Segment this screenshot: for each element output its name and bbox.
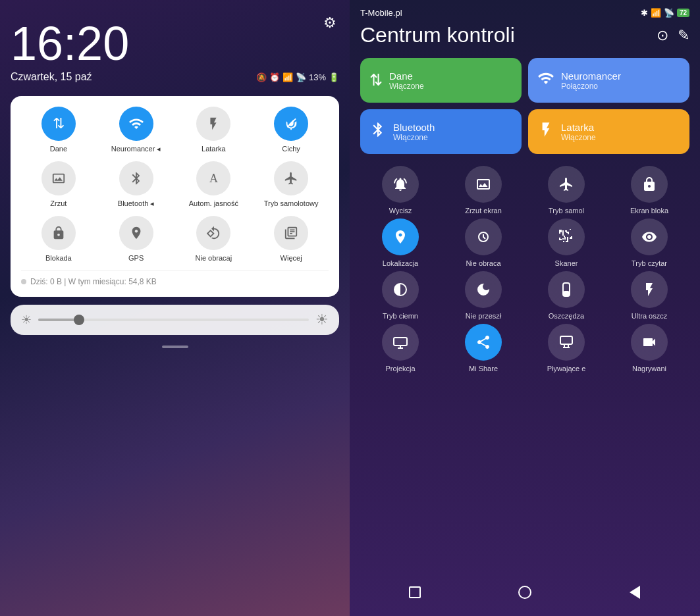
toggle-dane-icon: ⇅: [369, 71, 383, 90]
small-item-plywajace[interactable]: Pływające e: [526, 324, 606, 372]
autojasnosc-icon: A: [196, 161, 230, 195]
toggle-latarka[interactable]: Latarka Włączone: [528, 109, 689, 154]
right-panel: T-Mobile.pl ✱ 📶 📡 72 Centrum kontroli ⊙ …: [350, 0, 700, 616]
settings-icon[interactable]: ⚙: [323, 14, 337, 32]
toggle-bluetooth-name: Bluetooth: [393, 122, 435, 133]
data-usage-label: Dziś: 0 B | W tym miesiącu: 54,8 KB: [30, 277, 157, 286]
quick-item-samolotowy[interactable]: Tryb samolotowy: [254, 161, 329, 208]
small-item-tryb-samol[interactable]: Tryb samol: [526, 166, 606, 215]
nav-recents-icon: [409, 586, 421, 598]
nagrywani-label: Nagrywani: [632, 365, 666, 372]
nav-home-icon: [518, 586, 531, 599]
scroll-indicator: [162, 346, 188, 348]
wycisz-label: Wycisz: [389, 207, 412, 215]
settings-circle-icon[interactable]: ⊙: [657, 27, 668, 44]
quick-item-nieobracaj[interactable]: Nie obracaj: [176, 216, 252, 262]
wifi-icon: 📡: [296, 72, 306, 82]
wycisz-icon: [382, 166, 419, 203]
quick-item-bluetooth[interactable]: Bluetooth ◂: [99, 161, 174, 208]
brightness-min-icon: ☀: [21, 313, 32, 327]
plywajace-label: Pływające e: [547, 365, 586, 372]
latarka-icon: [196, 107, 230, 141]
edit-icon[interactable]: ✎: [678, 27, 689, 44]
gps-label: GPS: [128, 254, 144, 262]
neuromancer-label: Neuromancer ◂: [111, 145, 161, 153]
toggle-dane-text: Dane Włączone: [389, 70, 424, 91]
plywajace-icon: [548, 324, 585, 361]
signal-icon: 📶: [283, 72, 293, 82]
small-item-skaner[interactable]: Skaner: [526, 218, 606, 267]
svg-rect-4: [394, 338, 407, 346]
quick-item-neuromancer[interactable]: Neuromancer ◂: [99, 107, 174, 153]
small-item-nie-obraca[interactable]: Nie obraca: [443, 218, 524, 267]
nie-obraca-label: Nie obraca: [466, 259, 500, 267]
quick-settings-card: ⇅ Dane Neuromancer ◂ Latarka Cichy: [11, 96, 339, 297]
toggle-dane[interactable]: ⇅ Dane Włączone: [360, 58, 522, 103]
blokada-label: Blokada: [45, 254, 72, 262]
quick-item-blokada[interactable]: Blokada: [21, 216, 96, 262]
tryb-ciemn-label: Tryb ciemn: [383, 312, 418, 320]
left-panel: ⚙ 16:20 Czwartek, 15 paź 🔕 ⏰ 📶 📡 13% 🔋 ⇅…: [0, 0, 350, 616]
blokada-icon: [41, 216, 76, 250]
nav-recents-button[interactable]: [402, 579, 428, 605]
quick-item-gps[interactable]: GPS: [99, 216, 174, 262]
quick-item-dane[interactable]: ⇅ Dane: [21, 107, 96, 153]
brightness-thumb[interactable]: [74, 315, 84, 325]
skaner-label: Skaner: [555, 259, 578, 267]
battery-label: 13%: [309, 72, 326, 82]
wifi-status-icon: 📡: [664, 8, 674, 18]
projekcja-label: Projekcja: [385, 365, 415, 372]
small-item-nie-przeszl[interactable]: Nie przeszł: [443, 271, 524, 320]
nav-back-button[interactable]: [622, 579, 648, 605]
small-item-tryb-czytar[interactable]: Tryb czytar: [609, 218, 689, 267]
small-item-tryb-ciemn[interactable]: Tryb ciemn: [360, 271, 441, 320]
small-item-oszczedza[interactable]: Oszczędza: [526, 271, 606, 320]
nie-obraca-icon: [465, 218, 502, 255]
toggle-dane-name: Dane: [389, 70, 424, 82]
date-label: Czwartek, 15 paź: [11, 71, 92, 83]
oszczedza-label: Oszczędza: [549, 312, 584, 320]
small-item-nagrywani[interactable]: Nagrywani: [609, 324, 689, 372]
small-item-projekcja[interactable]: Projekcja: [360, 324, 441, 372]
ultra-oszcz-icon: [631, 271, 668, 308]
toggle-bluetooth[interactable]: Bluetooth Włączone: [360, 109, 522, 154]
small-item-lokalizacja[interactable]: Lokalizacja: [360, 218, 441, 267]
big-toggles-row1: ⇅ Dane Włączone Neuromancer Połączono: [360, 58, 689, 103]
latarka-label: Latarka: [202, 145, 226, 153]
quick-item-latarka[interactable]: Latarka: [176, 107, 252, 153]
clock-display: 16:20: [11, 20, 339, 67]
samolotowy-icon: [274, 161, 308, 195]
toggle-dane-status: Włączone: [389, 82, 424, 91]
small-item-ultra-oszcz[interactable]: Ultra oszcz: [609, 271, 689, 320]
toggle-latarka-status: Włączone: [561, 133, 596, 142]
small-item-mi-share[interactable]: Mi Share: [443, 324, 524, 372]
right-status-bar: T-Mobile.pl ✱ 📶 📡 72: [360, 0, 689, 23]
toggle-latarka-text: Latarka Włączone: [561, 122, 596, 142]
bluetooth-label-left: Bluetooth ◂: [118, 199, 155, 208]
small-item-zrzut-ekran[interactable]: Zrzut ekran: [443, 166, 524, 215]
quick-item-cichy[interactable]: Cichy: [254, 107, 329, 153]
small-item-ekran-bloka[interactable]: Ekran bloka: [609, 166, 689, 215]
right-title-row: Centrum kontroli ⊙ ✎: [360, 23, 689, 47]
battery-badge: 72: [677, 9, 689, 17]
bluetooth-icon-left: [119, 161, 153, 195]
svg-rect-3: [563, 291, 570, 296]
brightness-slider[interactable]: ☀ ☀: [11, 305, 339, 335]
right-status-icons: ✱ 📶 📡 72: [641, 8, 689, 18]
dane-icon: ⇅: [41, 107, 76, 141]
nieobracaj-icon: [196, 216, 230, 250]
ekran-bloka-label: Ekran bloka: [630, 207, 668, 215]
cichy-icon: [274, 107, 308, 141]
nav-back-icon: [630, 586, 640, 599]
quick-item-wiecej[interactable]: Więcej: [254, 216, 329, 262]
neuromancer-icon: [119, 107, 153, 141]
control-center-title: Centrum kontroli: [360, 23, 515, 47]
small-item-wycisz[interactable]: Wycisz: [360, 166, 441, 215]
brightness-max-icon: ☀: [315, 311, 329, 328]
nav-home-button[interactable]: [512, 579, 538, 605]
quick-item-zrzut[interactable]: Zrzut: [21, 161, 96, 208]
toggle-neuromancer[interactable]: Neuromancer Połączono: [528, 58, 689, 103]
mi-share-icon: [465, 324, 502, 361]
quick-item-autojasnosc[interactable]: A Autom. jasność: [176, 161, 252, 208]
svg-rect-7: [560, 336, 572, 344]
